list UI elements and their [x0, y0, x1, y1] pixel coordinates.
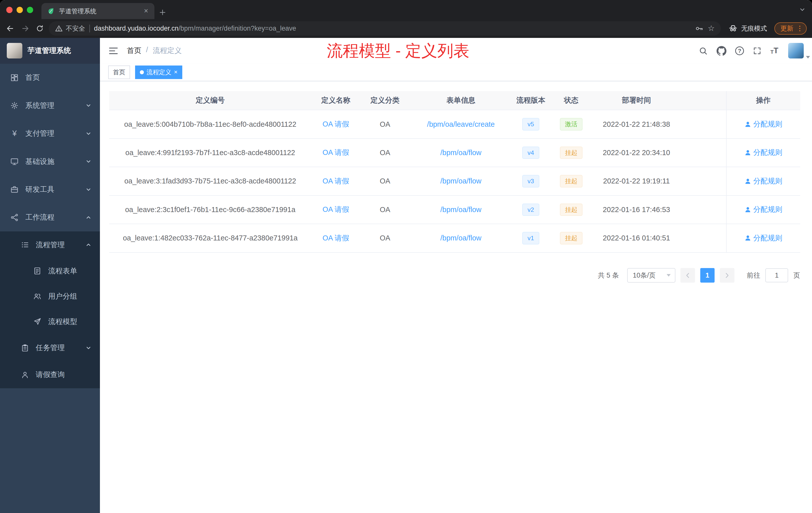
url-text[interactable]: dashboard.yudao.iocoder.cn/bpm/manager/d…: [94, 25, 691, 32]
help-icon[interactable]: ?: [735, 47, 744, 55]
deploy-time: 2022-01-22 21:48:38: [603, 120, 670, 128]
sidebar-item-system[interactable]: 系统管理: [0, 92, 100, 119]
tag-item[interactable]: 首页: [108, 65, 130, 79]
definition-name-link[interactable]: OA 请假: [323, 148, 349, 158]
sidebar-item-workflow[interactable]: 工作流程: [0, 204, 100, 232]
chevron-down-icon: [85, 186, 92, 193]
form-link[interactable]: /bpm/oa/flow: [440, 149, 482, 157]
tab-search-chevron-icon[interactable]: [799, 6, 806, 13]
github-icon[interactable]: [717, 46, 726, 56]
next-page-button[interactable]: [720, 268, 734, 282]
version-badge: v4: [522, 147, 539, 159]
breadcrumb-home[interactable]: 首页: [127, 46, 141, 56]
tag-label: 首页: [113, 68, 125, 76]
new-tab-button[interactable]: [159, 9, 166, 16]
deploy-time: 2022-01-22 19:19:11: [603, 177, 670, 185]
active-dot: [140, 70, 144, 74]
update-button[interactable]: 更新: [774, 22, 807, 35]
leave-icon: [21, 371, 29, 379]
yen-icon: ¥: [10, 129, 19, 138]
page-number-current[interactable]: 1: [700, 268, 715, 282]
close-window-button[interactable]: [6, 7, 12, 13]
app-logo[interactable]: 芋道管理系统: [0, 38, 100, 64]
page-size-select[interactable]: 10条/页: [627, 268, 675, 282]
navbar-actions: ? TT: [698, 43, 804, 58]
status-badge: 挂起: [560, 232, 583, 244]
tab-close-icon[interactable]: ×: [142, 7, 150, 15]
browser-menu-dots-icon[interactable]: [796, 25, 804, 32]
task-icon: [21, 344, 29, 352]
hamburger-icon[interactable]: [108, 46, 118, 56]
definition-category: OA: [380, 206, 390, 214]
table-header: 定义编号定义名称定义分类表单信息流程版本状态部署时间操作: [109, 91, 800, 110]
sidebar-item-process-manage[interactable]: 流程管理: [0, 232, 100, 258]
form-link[interactable]: /bpm/oa/leave/create: [427, 120, 495, 128]
goto-label: 前往: [747, 271, 760, 280]
tab-strip: 芋道管理系统 ×: [0, 0, 812, 19]
table-row: oa_leave:2:3c1f0ef1-76b1-11ec-9c66-a2380…: [109, 196, 800, 224]
form-icon: [33, 267, 41, 275]
definition-category: OA: [380, 234, 390, 242]
status-badge: 挂起: [560, 175, 583, 187]
sidebar-item-task-manage[interactable]: 任务管理: [0, 334, 100, 361]
definition-name-link[interactable]: OA 请假: [323, 176, 349, 186]
update-label: 更新: [780, 24, 793, 33]
search-icon[interactable]: [698, 46, 708, 56]
status-badge: 激活: [560, 118, 583, 130]
password-key-icon[interactable]: [695, 24, 703, 33]
goto-page-input[interactable]: [765, 268, 788, 282]
definition-id: oa_leave:2:3c1f0ef1-76b1-11ec-9c66-a2380…: [125, 206, 295, 214]
assign-rule-link[interactable]: 分配规则: [745, 119, 782, 129]
assign-rule-label: 分配规则: [753, 148, 782, 158]
sidebar: 芋道管理系统 首页系统管理¥支付管理基础设施研发工具工作流程流程管理流程表单用户…: [0, 38, 100, 513]
app-title: 芋道管理系统: [27, 46, 71, 56]
forward-button[interactable]: [19, 24, 31, 33]
deploy-time: 2022-01-22 20:34:10: [603, 149, 670, 157]
sidebar-item-label: 用户分组: [48, 292, 77, 301]
sidebar-item-user-group[interactable]: 用户分组: [0, 283, 100, 309]
prev-page-button[interactable]: [680, 268, 695, 282]
tag-active[interactable]: 流程定义×: [135, 65, 182, 79]
definition-id: oa_leave:1:482ec033-762a-11ec-8477-a2380…: [123, 234, 297, 242]
sidebar-item-infra[interactable]: 基础设施: [0, 148, 100, 175]
group-icon: [33, 292, 41, 300]
assign-rule-link[interactable]: 分配规则: [745, 148, 782, 158]
user-icon: [745, 178, 751, 185]
assign-rule-link[interactable]: 分配规则: [745, 233, 782, 243]
back-button[interactable]: [4, 24, 16, 33]
sidebar-item-process-form[interactable]: 流程表单: [0, 258, 100, 283]
sidebar-item-label: 系统管理: [25, 101, 54, 111]
address-bar[interactable]: 不安全 dashboard.yudao.iocoder.cn/bpm/manag…: [49, 21, 721, 36]
url-host: dashboard.yudao.iocoder.cn: [94, 25, 178, 32]
tag-close-icon[interactable]: ×: [174, 69, 177, 75]
definition-name-link[interactable]: OA 请假: [323, 205, 349, 215]
assign-rule-label: 分配规则: [753, 119, 782, 129]
sidebar-item-label: 流程模型: [48, 317, 77, 327]
zoom-window-button[interactable]: [27, 7, 33, 13]
sidebar-item-home[interactable]: 首页: [0, 64, 100, 92]
chevron-down-icon: [85, 102, 92, 109]
sidebar-item-process-model[interactable]: 流程模型: [0, 309, 100, 334]
font-size-icon[interactable]: TT: [770, 47, 778, 55]
form-link[interactable]: /bpm/oa/flow: [440, 234, 482, 242]
page-unit-label: 页: [793, 271, 800, 280]
fullscreen-icon[interactable]: [753, 47, 761, 55]
sidebar-item-devtools[interactable]: 研发工具: [0, 175, 100, 203]
tag-label: 流程定义: [147, 68, 172, 76]
assign-rule-link[interactable]: 分配规则: [745, 176, 782, 186]
sidebar-item-payment[interactable]: ¥支付管理: [0, 119, 100, 147]
user-menu[interactable]: [788, 43, 804, 58]
incognito-icon: [728, 24, 738, 33]
security-status[interactable]: 不安全: [55, 24, 85, 33]
assign-rule-link[interactable]: 分配规则: [745, 205, 782, 215]
minimize-window-button[interactable]: [17, 7, 23, 13]
form-link[interactable]: /bpm/oa/flow: [440, 177, 482, 185]
bookmark-star-icon[interactable]: ☆: [708, 25, 715, 32]
status-badge: 挂起: [560, 147, 583, 159]
sidebar-item-leave-query[interactable]: 请假查询: [0, 361, 100, 388]
definition-name-link[interactable]: OA 请假: [323, 119, 349, 129]
reload-button[interactable]: [34, 24, 46, 33]
browser-tab[interactable]: 芋道管理系统 ×: [41, 3, 154, 19]
definition-name-link[interactable]: OA 请假: [323, 233, 349, 243]
form-link[interactable]: /bpm/oa/flow: [440, 206, 482, 214]
